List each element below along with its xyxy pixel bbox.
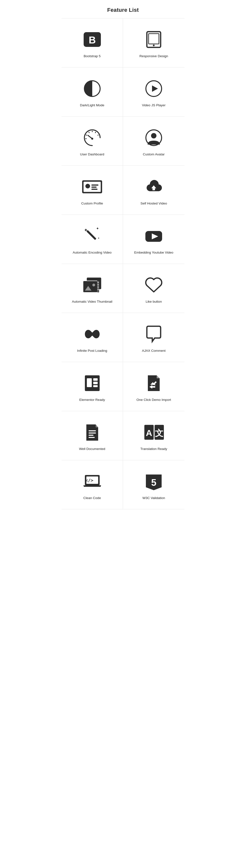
ajax-comment-icon [143,324,164,345]
svg-line-12 [95,132,96,133]
feature-grid: B Bootstrap 5 Responsive Design [61,18,185,509]
feature-cell-automatic-encoding-video: Automatic Encoding Video [61,215,123,264]
video-js-player-icon [143,78,164,99]
svg-rect-54 [88,435,93,436]
svg-line-10 [89,132,89,133]
svg-rect-43 [87,378,92,387]
feature-cell-like-button: Like button [123,264,185,313]
user-dashboard-label: User Dashboard [80,152,104,157]
automatic-video-thumbnail-label: Automatic Video Thumbnail [72,300,112,304]
feature-cell-user-dashboard: User Dashboard [61,117,123,166]
video-js-player-label: Video JS Player [142,103,166,108]
svg-text:文: 文 [155,428,163,438]
w3c-validation-label: W3C Validation [142,496,165,500]
feature-cell-responsive-design: Responsive Design [123,19,185,67]
feature-cell-w3c-validation: 5 W3C Validation [123,460,185,509]
embedding-youtube-video-label: Embedding Youtube Video [134,250,173,255]
automatic-encoding-video-label: Automatic Encoding Video [73,250,111,255]
svg-rect-38 [98,282,99,283]
svg-line-8 [86,135,87,135]
clean-code-label: Clean Code [83,496,101,500]
svg-text:5: 5 [151,477,156,488]
feature-cell-well-documented: Well Documented [61,411,123,460]
feature-cell-embedding-youtube-video: Embedding Youtube Video [123,215,185,264]
infinite-post-loading-icon [82,324,103,345]
automatic-encoding-video-icon [82,225,103,246]
svg-point-20 [85,184,90,188]
feature-cell-clean-code: </> Clean Code [61,460,123,509]
svg-rect-34 [83,281,98,292]
svg-rect-55 [88,437,95,438]
self-hosted-video-icon [143,177,164,197]
custom-avatar-label: Custom Avatar [143,152,165,157]
svg-rect-23 [91,189,98,190]
bootstrap5-icon: B [82,29,103,50]
like-button-label: Like button [146,300,162,304]
svg-rect-21 [91,185,99,186]
dark-light-mode-icon [82,78,103,99]
one-click-demo-import-label: One Click Demo Import [137,398,171,402]
dark-light-mode-label: Dark/Light Mode [80,103,104,108]
svg-rect-22 [91,187,97,188]
svg-text:</>: </> [85,478,93,483]
automatic-video-thumbnail-icon [82,275,103,296]
feature-cell-automatic-video-thumbnail: Automatic Video Thumbnail [61,264,123,313]
svg-point-15 [91,138,93,140]
elementor-ready-label: Elementor Ready [79,398,105,402]
svg-point-36 [92,283,95,286]
custom-profile-icon [82,177,103,197]
infinite-post-loading-label: Infinite Post Loading [77,348,107,353]
svg-point-17 [151,133,157,138]
user-dashboard-icon [82,127,103,148]
svg-marker-51 [96,425,98,427]
feature-cell-one-click-demo-import: One Click Demo Import [123,362,185,411]
self-hosted-video-label: Self Hosted Video [140,201,167,206]
svg-point-3 [153,45,155,46]
feature-cell-translation-ready: A 文 Translation Ready [123,411,185,460]
svg-marker-27 [97,227,99,229]
feature-cell-video-js-player: Video JS Player [123,67,185,117]
svg-rect-53 [88,433,96,434]
svg-text:B: B [88,35,96,45]
svg-rect-52 [88,430,96,431]
feature-cell-ajax-comment: AJAX Comment [123,313,185,362]
clean-code-icon: </> [82,471,103,492]
svg-rect-46 [93,385,98,387]
translation-ready-icon: A 文 [143,422,164,443]
svg-marker-28 [98,237,100,239]
feature-cell-custom-avatar: Custom Avatar [123,117,185,166]
svg-rect-4 [148,34,159,44]
bootstrap5-label: Bootstrap 5 [84,54,101,59]
well-documented-icon [82,422,103,443]
responsive-design-label: Responsive Design [139,54,168,59]
svg-marker-47 [157,375,160,378]
responsive-design-icon [143,29,164,50]
feature-cell-elementor-ready: Elementor Ready [61,362,123,411]
translation-ready-label: Translation Ready [140,447,167,452]
feature-cell-infinite-post-loading: Infinite Post Loading [61,313,123,362]
ajax-comment-label: AJAX Comment [142,348,166,353]
svg-text:A: A [146,428,152,438]
feature-cell-self-hosted-video: Self Hosted Video [123,166,185,215]
svg-rect-40 [98,286,99,288]
svg-line-13 [98,135,99,135]
svg-rect-45 [93,382,98,384]
embedding-youtube-video-icon [143,225,164,246]
w3c-validation-icon: 5 [143,471,164,492]
svg-marker-7 [152,86,158,92]
svg-rect-39 [98,284,99,285]
well-documented-label: Well Documented [79,447,105,452]
one-click-demo-import-icon [143,373,164,394]
page-title: Feature List [61,0,185,18]
custom-avatar-icon [143,127,164,148]
custom-profile-label: Custom Profile [81,201,103,206]
svg-rect-41 [98,289,99,290]
feature-cell-bootstrap5: B Bootstrap 5 [61,19,123,67]
svg-rect-44 [93,378,98,381]
feature-cell-dark-light-mode: Dark/Light Mode [61,67,123,117]
feature-cell-custom-profile: Custom Profile [61,166,123,215]
svg-rect-25 [86,230,96,240]
like-button-icon [143,275,164,296]
elementor-ready-icon [82,373,103,394]
